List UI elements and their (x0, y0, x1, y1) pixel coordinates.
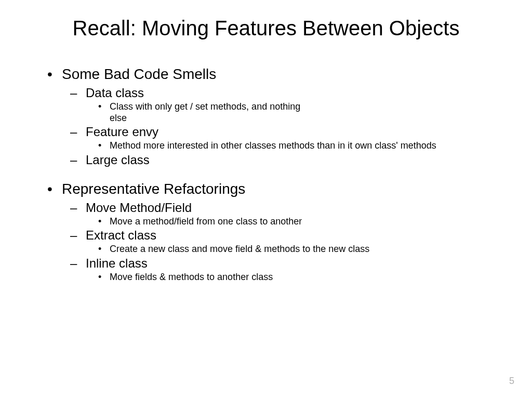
sub-item-desc-text: Method more interested in other classes … (110, 140, 436, 152)
dash-icon: – (70, 153, 86, 167)
section-heading-text: Representative Refactorings (62, 181, 245, 197)
spacer (44, 168, 488, 179)
bullet-icon: • (44, 181, 62, 197)
bullet-icon: • (98, 216, 110, 227)
sub-item: – Large class (70, 153, 488, 167)
dash-icon: – (70, 256, 86, 271)
sub-item-desc-text: Move a method/field from one class to an… (110, 216, 302, 228)
sub-item-desc: • Create a new class and move field & me… (98, 244, 488, 255)
sub-item-label: Data class (86, 86, 144, 100)
sub-item-desc-text: Create a new class and move field & meth… (110, 244, 369, 255)
sub-item-label: Large class (86, 153, 150, 167)
dash-icon: – (70, 228, 86, 243)
sub-item-desc: • Method more interested in other classe… (98, 140, 488, 152)
slide-title: Recall: Moving Features Between Objects (44, 17, 488, 40)
sub-item-desc-text: Move fields & methods to another class (110, 272, 273, 283)
section-heading-text: Some Bad Code Smells (62, 66, 216, 83)
dash-icon: – (70, 201, 86, 215)
slide: Recall: Moving Features Between Objects … (0, 0, 532, 295)
dash-icon: – (70, 86, 86, 100)
bullet-icon: • (98, 272, 110, 283)
bullet-icon: • (98, 244, 110, 255)
sub-item-label: Move Method/Field (86, 201, 192, 215)
sub-item-desc: • Class with only get / set methods, and… (98, 101, 488, 124)
bullet-icon: • (98, 140, 110, 151)
sub-item-desc: • Move fields & methods to another class (98, 272, 488, 283)
bullet-icon: • (98, 101, 110, 112)
sub-item: – Feature envy (70, 125, 488, 139)
sub-item: – Extract class (70, 228, 488, 243)
sub-item-label: Inline class (86, 256, 148, 271)
section-heading: • Representative Refactorings (44, 181, 488, 197)
slide-content: • Some Bad Code Smells – Data class • Cl… (44, 66, 488, 283)
sub-item: – Data class (70, 86, 488, 100)
dash-icon: – (70, 125, 86, 139)
sub-item: – Move Method/Field (70, 201, 488, 215)
sub-item-label: Feature envy (86, 125, 158, 139)
section-heading: • Some Bad Code Smells (44, 66, 488, 83)
page-number: 5 (509, 376, 514, 387)
sub-item-desc: • Move a method/field from one class to … (98, 216, 488, 228)
sub-item: – Inline class (70, 256, 488, 271)
sub-item-desc-text: Class with only get / set methods, and n… (110, 101, 307, 124)
bullet-icon: • (44, 66, 62, 83)
sub-item-label: Extract class (86, 228, 156, 243)
